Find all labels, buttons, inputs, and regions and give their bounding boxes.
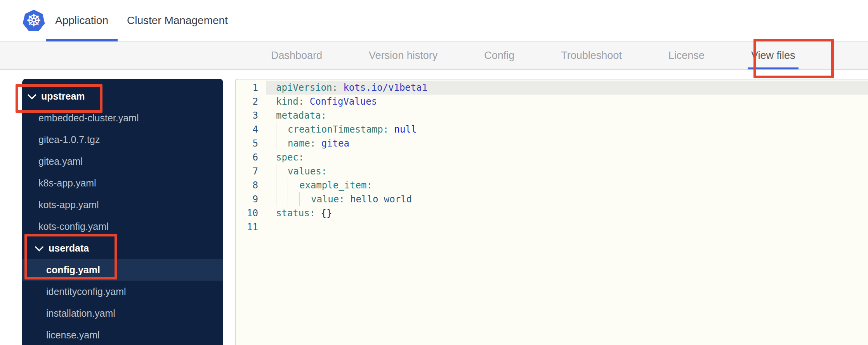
tree-file-gitea-1-0-7-tgz[interactable]: gitea-1.0.7.tgz: [22, 129, 223, 150]
file-label: license.yaml: [46, 329, 100, 341]
file-label: installation.yaml: [46, 308, 115, 319]
indent-guide: [276, 192, 288, 206]
folder-label: upstream: [41, 91, 85, 102]
line-number: 9: [236, 192, 266, 206]
line-number: 2: [236, 95, 266, 109]
code-line-content: status: {}: [266, 206, 868, 220]
code-line: 11: [236, 220, 868, 234]
tree-file-identityconfig-yaml[interactable]: identityconfig.yaml: [22, 281, 223, 302]
indent-guide: [276, 122, 288, 136]
header-tab-cluster-management[interactable]: Cluster Management: [118, 0, 237, 41]
code-line: 7values:: [236, 164, 868, 178]
line-number: 6: [236, 150, 266, 164]
kubernetes-logo: ☸: [23, 10, 45, 32]
chevron-down-icon: [28, 91, 36, 100]
line-number: 7: [236, 164, 266, 178]
file-label: embedded-cluster.yaml: [38, 112, 139, 124]
code-line-content: example_item:: [266, 178, 868, 192]
code-line: 10status: {}: [236, 206, 868, 220]
code-line-content: kind: ConfigValues: [266, 95, 868, 109]
code-line: 2kind: ConfigValues: [236, 95, 868, 109]
file-label: identityconfig.yaml: [46, 286, 126, 297]
file-label: k8s-app.yaml: [38, 178, 96, 189]
top-header: ☸ ApplicationCluster Management: [0, 0, 868, 41]
tree-file-config-yaml[interactable]: config.yaml: [22, 259, 223, 281]
code-line: 1apiVersion: kots.io/v1beta1: [236, 81, 868, 95]
header-tabs: ApplicationCluster Management: [46, 0, 237, 41]
code-line-content: values:: [266, 164, 868, 178]
subnav-tab-license[interactable]: License: [665, 41, 708, 69]
subnav-tab-troubleshoot[interactable]: Troubleshoot: [557, 41, 625, 69]
header-tab-application[interactable]: Application: [46, 0, 118, 41]
tree-file-kots-config-yaml[interactable]: kots-config.yaml: [22, 216, 223, 237]
line-number: 3: [236, 109, 266, 122]
yaml-file-viewer[interactable]: 1apiVersion: kots.io/v1beta12kind: Confi…: [235, 79, 868, 345]
indent-guide: [276, 136, 288, 150]
tree-file-installation-yaml[interactable]: installation.yaml: [22, 302, 223, 324]
code-line: 4creationTimestamp: null: [236, 122, 868, 136]
line-number: 4: [236, 122, 266, 136]
file-label: gitea-1.0.7.tgz: [38, 134, 100, 145]
subnav-tab-version-history[interactable]: Version history: [365, 41, 441, 69]
tree-file-embedded-cluster-yaml[interactable]: embedded-cluster.yaml: [22, 107, 223, 129]
subnav-tab-view-files[interactable]: View files: [748, 41, 799, 69]
line-number: 5: [236, 136, 266, 150]
code-line-content: value: hello world: [266, 192, 868, 206]
tree-file-kots-app-yaml[interactable]: kots-app.yaml: [22, 194, 223, 216]
kubernetes-logo-icon: ☸: [23, 10, 45, 32]
tree-file-k8s-app-yaml[interactable]: k8s-app.yaml: [22, 172, 223, 194]
file-tree-sidebar[interactable]: upstreamembedded-cluster.yamlgitea-1.0.7…: [22, 79, 223, 345]
indent-guide: [288, 192, 299, 206]
code-line: 9value: hello world: [236, 192, 868, 206]
indent-guide: [276, 164, 288, 178]
code-line-content: spec:: [266, 150, 868, 164]
code-line: 6spec:: [236, 150, 868, 164]
tree-folder-upstream[interactable]: upstream: [22, 85, 223, 107]
line-number: 11: [236, 220, 266, 234]
chevron-down-icon: [35, 243, 44, 252]
file-label: config.yaml: [46, 264, 100, 276]
file-label: gitea.yaml: [38, 156, 83, 167]
code-line-content: [266, 220, 868, 234]
app-subnav: DashboardVersion historyConfigTroublesho…: [0, 41, 868, 70]
code-line: 5name: gitea: [236, 136, 868, 150]
code-line-content: creationTimestamp: null: [266, 122, 868, 136]
indent-guide: [288, 178, 299, 192]
code-line-content: apiVersion: kots.io/v1beta1: [266, 81, 868, 95]
tree-folder-userdata[interactable]: userdata: [22, 237, 223, 259]
tree-file-license-yaml[interactable]: license.yaml: [22, 324, 223, 345]
indent-guide: [299, 192, 311, 206]
subnav-tab-dashboard[interactable]: Dashboard: [267, 41, 326, 69]
line-number: 10: [236, 206, 266, 220]
code-line-content: name: gitea: [266, 136, 868, 150]
file-label: kots-config.yaml: [38, 221, 109, 232]
indent-guide: [276, 178, 288, 192]
code-line: 8example_item:: [236, 178, 868, 192]
line-number: 1: [236, 81, 266, 95]
folder-label: userdata: [49, 243, 89, 254]
code-line: 3metadata:: [236, 109, 868, 122]
line-number: 8: [236, 178, 266, 192]
file-label: kots-app.yaml: [38, 199, 99, 210]
code-line-content: metadata:: [266, 109, 868, 122]
tree-file-gitea-yaml[interactable]: gitea.yaml: [22, 150, 223, 172]
subnav-tab-config[interactable]: Config: [481, 41, 518, 69]
